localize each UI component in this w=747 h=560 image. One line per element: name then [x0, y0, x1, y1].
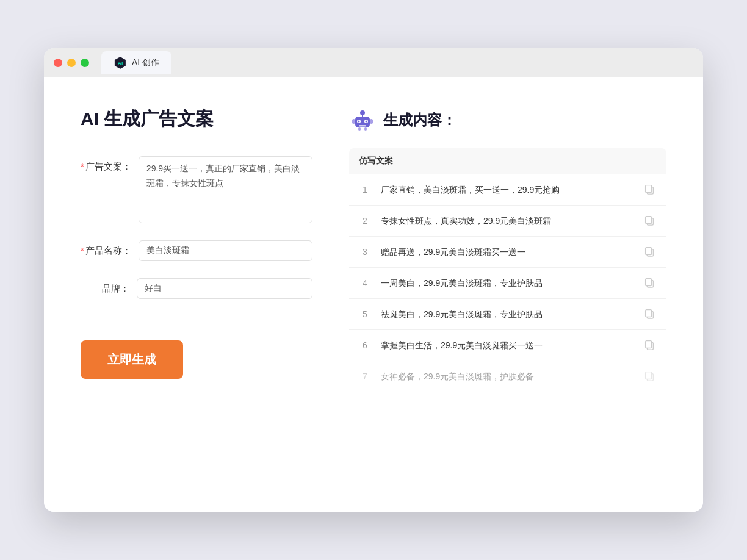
svg-rect-8: [359, 125, 366, 127]
minimize-button[interactable]: [67, 59, 76, 67]
ai-tab-icon: AI: [114, 56, 127, 70]
table-row: 4一周美白，29.9元美白淡斑霜，专业护肤品: [349, 268, 666, 299]
results-table: 仿写文案 1厂家直销，美白淡斑霜，买一送一，29.9元抢购 2专抹女性斑点，真实…: [349, 148, 666, 392]
main-layout: AI 生成广告文案 *广告文案： 29.9买一送一，真正的厂家直销，美白淡斑霜，…: [81, 107, 666, 483]
row-number: 3: [359, 247, 371, 257]
row-text: 一周美白，29.9元美白淡斑霜，专业护肤品: [381, 277, 633, 290]
svg-rect-10: [352, 119, 355, 124]
copy-button[interactable]: [643, 307, 657, 321]
browser-window: AI AI 创作 AI 生成广告文案 *广告文案： 29.9买一送一，真正的厂家…: [44, 48, 703, 512]
ad-copy-input[interactable]: 29.9买一送一，真正的厂家直销，美白淡斑霜，专抹女性斑点: [139, 156, 312, 223]
row-text: 女神必备，29.9元美白淡斑霜，护肤必备: [381, 370, 633, 383]
left-panel: AI 生成广告文案 *广告文案： 29.9买一送一，真正的厂家直销，美白淡斑霜，…: [81, 107, 312, 483]
close-button[interactable]: [54, 59, 62, 67]
titlebar: AI AI 创作: [44, 48, 703, 77]
row-number: 5: [359, 309, 371, 319]
results-rows: 1厂家直销，美白淡斑霜，买一送一，29.9元抢购 2专抹女性斑点，真实功效，29…: [349, 174, 666, 392]
svg-rect-25: [646, 341, 652, 348]
brand-label: 品牌：: [81, 278, 129, 295]
results-header: 生成内容：: [349, 107, 666, 134]
table-row: 5祛斑美白，29.9元美白淡斑霜，专业护肤品: [349, 299, 666, 330]
row-text: 掌握美白生活，29.9元美白淡斑霜买一送一: [381, 339, 633, 352]
row-text: 厂家直销，美白淡斑霜，买一送一，29.9元抢购: [381, 184, 633, 196]
product-name-input[interactable]: [139, 240, 312, 261]
svg-rect-27: [646, 372, 652, 379]
ad-copy-label: *广告文案：: [81, 156, 131, 173]
row-text: 祛斑美白，29.9元美白淡斑霜，专业护肤品: [381, 308, 633, 321]
table-row: 2专抹女性斑点，真实功效，29.9元美白淡斑霜: [349, 206, 666, 237]
row-number: 2: [359, 216, 371, 226]
browser-tab[interactable]: AI AI 创作: [101, 51, 171, 74]
svg-rect-23: [646, 310, 652, 317]
page-title: AI 生成广告文案: [81, 107, 312, 132]
copy-button[interactable]: [643, 245, 657, 259]
maximize-button[interactable]: [81, 59, 89, 67]
ad-copy-group: *广告文案： 29.9买一送一，真正的厂家直销，美白淡斑霜，专抹女性斑点: [81, 156, 312, 223]
svg-point-6: [358, 121, 360, 123]
results-title: 生成内容：: [383, 110, 457, 130]
robot-icon: [349, 107, 376, 134]
copy-button[interactable]: [643, 183, 657, 196]
brand-input[interactable]: [137, 278, 312, 299]
row-text: 专抹女性斑点，真实功效，29.9元美白淡斑霜: [381, 215, 633, 228]
required-star-2: *: [81, 245, 84, 256]
row-number: 1: [359, 185, 371, 195]
row-number: 4: [359, 278, 371, 288]
table-header: 仿写文案: [349, 148, 666, 174]
generate-button[interactable]: 立即生成: [81, 340, 183, 379]
row-number: 7: [359, 372, 371, 381]
table-row: 7女神必备，29.9元美白淡斑霜，护肤必备: [349, 361, 666, 392]
svg-point-7: [366, 121, 367, 123]
copy-button[interactable]: [643, 339, 657, 352]
table-row: 6掌握美白生活，29.9元美白淡斑霜买一送一: [349, 330, 666, 361]
copy-button[interactable]: [643, 276, 657, 290]
svg-rect-13: [364, 127, 367, 131]
svg-rect-19: [646, 248, 652, 255]
svg-rect-15: [646, 185, 652, 193]
tab-label: AI 创作: [132, 57, 159, 68]
svg-rect-12: [358, 127, 361, 131]
browser-content: AI 生成广告文案 *广告文案： 29.9买一送一，真正的厂家直销，美白淡斑霜，…: [44, 77, 703, 512]
copy-button[interactable]: [643, 370, 657, 383]
required-star-1: *: [81, 161, 84, 171]
table-row: 3赠品再送，29.9元美白淡斑霜买一送一: [349, 237, 666, 268]
traffic-lights: [54, 59, 89, 67]
product-name-label: *产品名称：: [81, 240, 131, 257]
svg-point-2: [360, 110, 365, 115]
svg-text:AI: AI: [118, 60, 123, 66]
brand-group: 品牌：: [81, 278, 312, 299]
right-panel: 生成内容： 仿写文案 1厂家直销，美白淡斑霜，买一送一，29.9元抢购 2专抹女…: [349, 107, 666, 483]
svg-rect-11: [370, 119, 373, 124]
row-text: 赠品再送，29.9元美白淡斑霜买一送一: [381, 246, 633, 259]
product-name-group: *产品名称：: [81, 240, 312, 261]
copy-button[interactable]: [643, 214, 657, 228]
svg-rect-21: [646, 279, 652, 286]
table-row: 1厂家直销，美白淡斑霜，买一送一，29.9元抢购: [349, 174, 666, 206]
row-number: 6: [359, 340, 371, 350]
svg-rect-17: [646, 217, 652, 224]
